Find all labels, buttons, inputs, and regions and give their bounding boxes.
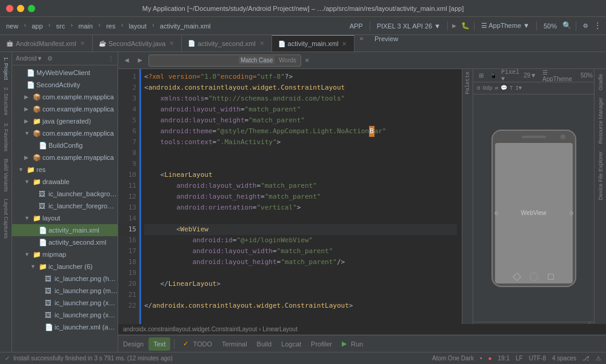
right-vertical-tabs: Gradle Resource Manager Device File Expl…	[594, 69, 606, 324]
tab-build[interactable]: Build	[252, 337, 276, 351]
git-icon[interactable]: ⎇	[582, 355, 590, 362]
code-line-11: android:layout_width="match_parent"	[144, 180, 457, 191]
tree-item-mipmap[interactable]: ▼ 📁 mipmap	[12, 248, 118, 260]
words-option[interactable]: Words	[277, 56, 298, 64]
preview-api-btn[interactable]: 29▼	[522, 71, 538, 79]
settings-panel-icon[interactable]: ⋮	[108, 55, 114, 62]
search-input-container[interactable]: Match Case Words	[148, 55, 301, 67]
preview-mode-btn[interactable]: 📱	[488, 71, 499, 79]
toolbar-run-btn[interactable]: ▶	[452, 22, 456, 30]
tab-project[interactable]: 1. Project	[2, 55, 10, 82]
webview-label: WebView	[521, 210, 547, 216]
preview-content: WebView	[473, 94, 594, 322]
tab-design[interactable]: Design	[118, 337, 148, 351]
palette-label[interactable]: Palette	[465, 71, 471, 94]
tab-layout-captures[interactable]: Layout Captures	[2, 196, 10, 241]
toolbar-res[interactable]: res	[104, 21, 118, 31]
breadcrumb: androidx.constraintlayout.widget.Constra…	[118, 324, 606, 335]
close-tab-activity-main[interactable]: ✕	[341, 40, 348, 48]
search-back-button[interactable]: ◀	[122, 56, 132, 65]
window-controls[interactable]	[6, 5, 35, 12]
tab-logcat[interactable]: Logcat	[276, 337, 306, 351]
tree-item-ic-launcher-xml[interactable]: 📄 ic_launcher.xml (a…	[12, 321, 118, 333]
toolbar-file[interactable]: activity_main.xml	[158, 21, 213, 31]
tree-item-pkg3[interactable]: ▼ 📦 com.example.myapplica	[12, 127, 118, 139]
tab-text[interactable]: Text	[148, 337, 170, 351]
close-tab-androidmanifest[interactable]: ✕	[79, 39, 86, 47]
tab-build-variants[interactable]: Build Variants	[2, 156, 10, 194]
tree-item-webviewclient[interactable]: 📄 MyWebViewClient	[12, 67, 118, 79]
tree-item-ic-bg[interactable]: 🖼 ic_launcher_backgro…	[12, 188, 118, 200]
toolbar-app[interactable]: app	[29, 21, 45, 31]
tab-gradle[interactable]: Gradle	[596, 71, 605, 93]
tree-item-ic-fg[interactable]: 🖼 ic_launcher_foregro…	[12, 200, 118, 212]
tab-terminal[interactable]: Terminal	[217, 337, 252, 351]
code-line-15: <WebView	[144, 224, 457, 235]
code-text[interactable]: <?xml version="1.0" encoding="utf-8"?> <…	[139, 69, 462, 324]
tab-favorites[interactable]: 3. Favorites	[2, 121, 10, 154]
tab-activity-second-xml[interactable]: 📄 activity_second.xml ✕	[182, 35, 271, 51]
toolbar-device[interactable]: PIXEL 3 XL API 26 ▼	[375, 21, 443, 31]
tab-androidmanifest[interactable]: 🤖 AndroidManifest.xml ✕	[0, 35, 93, 51]
tree-item-drawable[interactable]: ▼ 📁 drawable	[12, 176, 118, 188]
close-button[interactable]	[6, 5, 13, 12]
preview-pixel-label: Pixel ▼	[501, 69, 519, 82]
tree-item-ic-launcher-xx[interactable]: 🖼 ic_launcher.png (x…	[12, 309, 118, 321]
tree-item-secondactivity[interactable]: 📄 SecondActivity	[12, 79, 118, 91]
tab-secondactivity[interactable]: ☕ SecondActivity.java ✕	[93, 35, 182, 51]
tab-todo[interactable]: ✓ TODO	[178, 337, 217, 351]
search-forward-button[interactable]: ▶	[135, 56, 145, 65]
tree-item-buildconfig[interactable]: 📄 BuildConfig	[12, 139, 118, 151]
toolbar-layout[interactable]: layout	[126, 21, 148, 31]
tree-item-activity-main[interactable]: 📄 activity_main.xml	[12, 224, 118, 236]
tree-item-activity-second[interactable]: 📄 activity_second.xml	[12, 236, 118, 248]
tree-item-java-gen[interactable]: ▶ 📁 java (generated)	[12, 115, 118, 127]
tree-item-pkg2[interactable]: ▶ 📦 com.example.myapplica	[12, 103, 118, 115]
search-input[interactable]	[152, 56, 236, 64]
toolbar-theme[interactable]: ☰ AppTheme ▼	[479, 21, 532, 31]
window-title: My Application [~/Documents/study/Androi…	[142, 5, 464, 12]
code-line-4: android:layout_width="match_parent"	[144, 104, 457, 115]
line-numbers: 1 2 3 4 5 6 7 8 9 10 11 12 13 14	[118, 69, 139, 324]
preview-design-options[interactable]: ⊞	[477, 71, 485, 79]
tree-item-ic-launcher-folder[interactable]: ▼ 📁 ic_launcher (6)	[12, 260, 118, 273]
code-line-18: android:layout_height="match_parent" />	[144, 257, 457, 268]
toolbar-main[interactable]: main	[76, 21, 95, 31]
settings-icon[interactable]: ⚙	[581, 21, 590, 31]
code-editor[interactable]: 1 2 3 4 5 6 7 8 9 10 11 12 13 14	[118, 69, 462, 324]
design-text-tabs: Design Text ✓ TODO Terminal Build Logcat	[118, 335, 606, 352]
tab-run[interactable]: ▶ Run	[337, 337, 368, 351]
tab-structure[interactable]: 2. Structure	[2, 85, 10, 118]
preview-apptheme-btn[interactable]: ☰ AppTheme	[541, 69, 574, 82]
tab-activity-main-xml[interactable]: 📄 activity_main.xml ✕	[272, 35, 355, 51]
tree-item-pkg1[interactable]: ▶ 📦 com.example.myapplica	[12, 91, 118, 103]
toolbar-zoom[interactable]: 50%	[541, 21, 559, 31]
tree-item-ic-launcher-x[interactable]: 🖼 ic_launcher.png (x…	[12, 297, 118, 309]
toolbar-debug-btn[interactable]: 🐛	[461, 22, 470, 30]
maximize-button[interactable]	[28, 5, 35, 12]
close-tab-secondactivity[interactable]: ✕	[168, 39, 175, 47]
more-icon[interactable]: ⋮	[593, 21, 602, 31]
tree-item-layout[interactable]: ▼ 📁 layout	[12, 212, 118, 224]
warning-icon[interactable]: ⚠	[596, 355, 601, 362]
tree-item-ic-launcher-h[interactable]: 🖼 ic_launcher.png (h…	[12, 273, 118, 285]
zoom-in-icon[interactable]: 🔍	[562, 21, 571, 31]
preview-toolbar: ⊞ 📱 Pixel ▼ 29▼ ☰ AppTheme 50% 🔍	[473, 69, 594, 82]
sync-icon[interactable]: ⚙	[47, 55, 53, 62]
tab-device-file-explorer[interactable]: Device File Explorer	[596, 149, 605, 203]
search-close-button[interactable]: ✕	[305, 56, 309, 65]
match-case-option[interactable]: Match Case	[239, 56, 275, 64]
tree-item-pkg4[interactable]: ▶ 📦 com.example.myapplica	[12, 151, 118, 164]
tab-profiler[interactable]: Profiler	[306, 337, 337, 351]
toolbar-src[interactable]: src	[54, 21, 68, 31]
code-line-20: </LinearLayout>	[144, 279, 457, 290]
tree-item-ic-launcher-m[interactable]: 🖼 ic_launcher.png (m…	[12, 285, 118, 297]
toolbar-app-selector[interactable]: APP	[347, 21, 365, 31]
tab-preview[interactable]: Preview	[368, 35, 404, 51]
tab-resource-manager[interactable]: Resource Manager	[596, 95, 605, 147]
tree-item-res[interactable]: ▼ 📁 res	[12, 164, 118, 176]
more-tabs-button[interactable]: »	[355, 35, 368, 51]
close-tab-activity-second[interactable]: ✕	[258, 39, 265, 47]
minimize-button[interactable]	[17, 5, 24, 12]
toolbar-new[interactable]: new	[4, 21, 21, 31]
